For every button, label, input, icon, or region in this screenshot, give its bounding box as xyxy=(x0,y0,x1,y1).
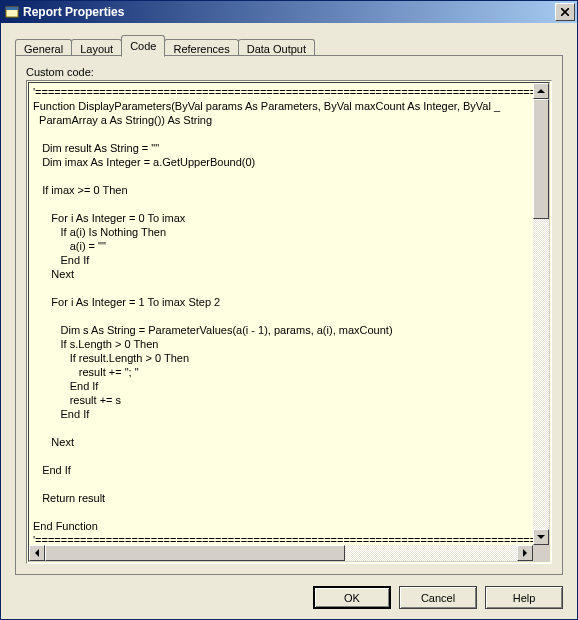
custom-code-label: Custom code: xyxy=(26,66,552,78)
dialog-window: Report Properties General Layout Code Re… xyxy=(0,0,578,620)
window-title: Report Properties xyxy=(23,5,555,19)
scroll-left-button[interactable] xyxy=(29,545,45,561)
client-area: General Layout Code References Data Outp… xyxy=(1,23,577,619)
close-button[interactable] xyxy=(555,3,575,21)
tab-panel-code: Custom code: '==========================… xyxy=(15,55,563,575)
tab-code[interactable]: Code xyxy=(121,35,165,57)
scroll-thumb-horizontal[interactable] xyxy=(45,545,345,561)
scroll-track-vertical[interactable] xyxy=(533,99,549,529)
svg-rect-1 xyxy=(6,7,18,10)
app-icon xyxy=(5,5,19,19)
scroll-right-button[interactable] xyxy=(517,545,533,561)
horizontal-scrollbar[interactable] xyxy=(29,545,533,561)
cancel-button[interactable]: Cancel xyxy=(399,586,477,609)
vertical-scrollbar[interactable] xyxy=(533,83,549,545)
scrollbar-corner xyxy=(533,545,549,561)
ok-button[interactable]: OK xyxy=(313,586,391,609)
code-viewport[interactable]: '=======================================… xyxy=(29,83,533,545)
help-button[interactable]: Help xyxy=(485,586,563,609)
scroll-up-button[interactable] xyxy=(533,83,549,99)
scroll-down-button[interactable] xyxy=(533,529,549,545)
code-text[interactable]: '=======================================… xyxy=(29,83,533,545)
custom-code-editor[interactable]: '=======================================… xyxy=(26,80,552,564)
scroll-thumb-vertical[interactable] xyxy=(533,99,549,219)
dialog-button-row: OK Cancel Help xyxy=(313,586,563,609)
tab-strip: General Layout Code References Data Outp… xyxy=(15,35,315,57)
title-bar: Report Properties xyxy=(1,1,577,23)
scroll-track-horizontal[interactable] xyxy=(45,545,517,561)
